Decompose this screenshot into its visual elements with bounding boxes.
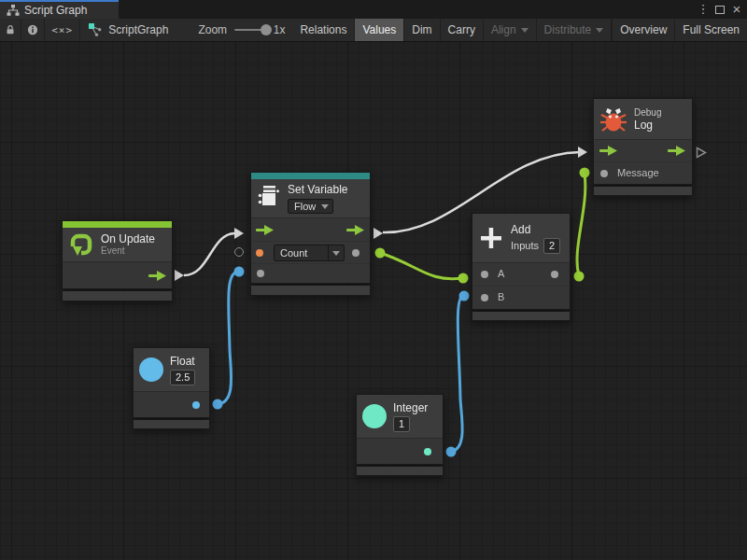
node-color-bar	[63, 221, 172, 228]
graph-breadcrumb-button[interactable]: ScriptGraph	[80, 19, 174, 41]
chevron-down-icon	[521, 28, 529, 33]
align-button[interactable]: Align	[484, 19, 537, 41]
carry-button[interactable]: Carry	[441, 19, 484, 41]
wire-value-float-setvariable	[218, 272, 238, 404]
message-input-port[interactable]	[600, 170, 608, 177]
node-set-variable[interactable]: Set Variable Flow	[250, 172, 371, 296]
integer-output-port[interactable]	[424, 448, 431, 455]
values-label: Values	[362, 23, 396, 36]
flow-out-arrow-icon[interactable]	[346, 225, 364, 235]
relations-button[interactable]: Relations	[292, 19, 355, 41]
integer-value-field[interactable]: 1	[393, 416, 410, 432]
flow-input-port-setvariable[interactable]	[234, 228, 244, 239]
input-port-b[interactable]	[481, 294, 488, 301]
flow-in-arrow-icon[interactable]	[599, 146, 617, 156]
node-title: Float	[170, 355, 195, 368]
variable-scope-dropdown[interactable]: Flow	[288, 199, 333, 214]
message-label: Message	[617, 167, 659, 178]
wire-endpoint-green[interactable]	[375, 248, 386, 259]
wire-endpoint-green[interactable]	[580, 168, 590, 178]
info-icon	[27, 23, 38, 36]
variable-name-port[interactable]	[256, 249, 263, 257]
bug-icon	[599, 105, 627, 133]
dropdown-arrow-button[interactable]	[328, 245, 344, 260]
unconnected-flow-output-triangle[interactable]	[696, 147, 707, 159]
node-footer	[62, 291, 173, 301]
node-footer	[356, 467, 444, 476]
values-button[interactable]: Values	[355, 19, 404, 41]
value-input-port[interactable]	[257, 270, 264, 277]
port-label-b: B	[498, 291, 504, 302]
node-integer[interactable]: Integer 1	[356, 394, 444, 476]
window-tab[interactable]: Script Graph	[0, 0, 119, 19]
dim-button[interactable]: Dim	[404, 19, 440, 41]
node-footer	[593, 187, 693, 196]
output-port-sum[interactable]	[551, 271, 558, 278]
tab-title: Script Graph	[24, 4, 87, 17]
maximize-icon[interactable]	[715, 6, 725, 14]
overview-button[interactable]: Overview	[612, 19, 675, 41]
carry-label: Carry	[448, 23, 475, 36]
graph-hierarchy-icon	[7, 5, 20, 16]
node-title: Add	[511, 223, 560, 236]
wire-endpoint-blue[interactable]	[213, 399, 223, 410]
node-subtitle: Event	[101, 245, 155, 257]
graph-canvas[interactable]: On Update Event	[0, 42, 747, 560]
chevron-down-icon	[332, 251, 340, 256]
input-port-a[interactable]	[481, 271, 488, 278]
node-color-bar	[251, 173, 370, 179]
code-view-button[interactable]: <×>	[45, 19, 80, 41]
node-subtitle: Debug	[634, 107, 661, 119]
distribute-button[interactable]: Distribute	[537, 19, 613, 41]
info-button[interactable]	[21, 19, 45, 41]
overview-label: Overview	[620, 23, 667, 36]
graph-toolbar: <×> ScriptGraph Zoom 1x Relations Values…	[0, 19, 747, 42]
plus-icon	[478, 225, 504, 251]
node-on-update[interactable]: On Update Event	[62, 220, 173, 301]
inputs-count-field[interactable]: 2	[543, 238, 560, 254]
zoom-slider[interactable]	[234, 29, 270, 31]
zoom-slider-knob[interactable]	[261, 24, 272, 35]
close-icon[interactable]: ×	[730, 0, 743, 19]
zoom-label: Zoom	[198, 19, 227, 41]
variable-icon	[257, 184, 281, 208]
full-screen-button[interactable]: Full Screen	[675, 19, 747, 41]
integer-type-icon	[362, 404, 387, 428]
graph-breadcrumb-label: ScriptGraph	[108, 23, 168, 36]
node-debug-log[interactable]: Debug Log Message	[593, 98, 693, 196]
wire-endpoint-blue[interactable]	[234, 267, 245, 277]
unconnected-port-ring[interactable]	[234, 247, 244, 257]
node-title: Log	[634, 119, 661, 132]
code-icon: <×>	[51, 24, 73, 36]
node-footer	[250, 286, 371, 296]
inputs-label: Inputs	[511, 240, 539, 251]
node-footer	[133, 420, 210, 429]
lock-button[interactable]	[0, 19, 21, 41]
float-type-icon	[139, 357, 163, 382]
float-value-field[interactable]: 2.5	[170, 370, 195, 385]
wire-endpoint-green[interactable]	[458, 273, 469, 284]
wire-endpoint-green[interactable]	[574, 272, 585, 282]
value-output-port[interactable]	[352, 249, 359, 257]
node-add[interactable]: Add Inputs 2 A B	[472, 213, 571, 321]
flow-in-arrow-icon[interactable]	[256, 225, 274, 235]
flow-out-arrow-icon[interactable]	[668, 146, 685, 156]
flow-input-port-debuglog[interactable]	[578, 147, 587, 158]
wire-value-setvariable-add-a	[380, 253, 462, 279]
float-output-port[interactable]	[192, 401, 200, 409]
scope-value: Flow	[289, 200, 321, 213]
flow-out-arrow-icon[interactable]	[148, 271, 166, 281]
wire-value-add-debuglog-message	[577, 174, 585, 275]
align-label: Align	[491, 23, 516, 36]
variable-select-dropdown[interactable]: Count	[274, 245, 345, 261]
script-graph-icon	[88, 22, 103, 37]
wire-endpoint-blue[interactable]	[459, 291, 470, 301]
node-footer	[472, 312, 571, 321]
chevron-down-icon	[596, 28, 603, 33]
more-menu-icon[interactable]: ⋮	[697, 0, 710, 19]
flow-output-port-onupdate[interactable]	[175, 270, 184, 281]
title-bar: Script Graph ⋮ ×	[0, 0, 747, 19]
node-float[interactable]: Float 2.5	[133, 347, 210, 429]
wire-endpoint-blue[interactable]	[446, 447, 457, 457]
flow-output-port-setvariable[interactable]	[374, 228, 383, 239]
